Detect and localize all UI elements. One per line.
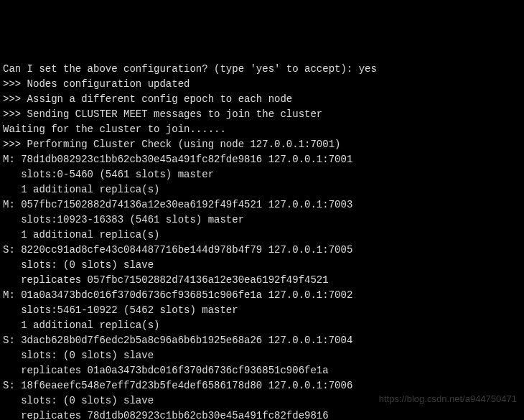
terminal-line: M: 01a0a3473bdc016f370d6736cf936851c906f… [3, 288, 521, 303]
terminal-line: >>> Nodes configuration updated [3, 77, 521, 92]
terminal-line: 1 additional replica(s) [3, 318, 521, 333]
terminal-line: Can I set the above configuration? (type… [3, 62, 521, 77]
terminal-line: slots:5461-10922 (5462 slots) master [3, 303, 521, 318]
terminal-line: S: 8220cc91ad8cfe43c084487716be144d978b4… [3, 243, 521, 258]
terminal-line: M: 057fbc71502882d74136a12e30ea6192f49f4… [3, 197, 521, 213]
terminal-line: slots:0-5460 (5461 slots) master [3, 167, 521, 182]
terminal-line: replicates 78d1db082923c1bb62cb30e45a491… [3, 409, 521, 420]
terminal-line: S: 3dacb628b0d7f6edc2b5a8c96a6b6b1925e68… [3, 333, 521, 348]
terminal-line: Waiting for the cluster to join...... [3, 122, 521, 137]
terminal-line: >>> Assign a different config epoch to e… [3, 92, 521, 107]
terminal-line: slots:10923-16383 (5461 slots) master [3, 213, 521, 228]
terminal-output: Can I set the above configuration? (type… [3, 62, 521, 420]
terminal-line: >>> Sending CLUSTER MEET messages to joi… [3, 107, 521, 122]
terminal-line: >>> Performing Cluster Check (using node… [3, 137, 521, 152]
watermark: https://blog.csdn.net/a944750471 [379, 392, 517, 406]
terminal-line: replicates 01a0a3473bdc016f370d6736cf936… [3, 363, 521, 378]
terminal-line: 1 additional replica(s) [3, 228, 521, 243]
terminal-line: M: 78d1db082923c1bb62cb30e45a491fc82fde9… [3, 152, 521, 167]
terminal-line: 1 additional replica(s) [3, 182, 521, 197]
terminal-line: replicates 057fbc71502882d74136a12e30ea6… [3, 273, 521, 288]
terminal-line: slots: (0 slots) slave [3, 258, 521, 273]
terminal-line: slots: (0 slots) slave [3, 348, 521, 363]
